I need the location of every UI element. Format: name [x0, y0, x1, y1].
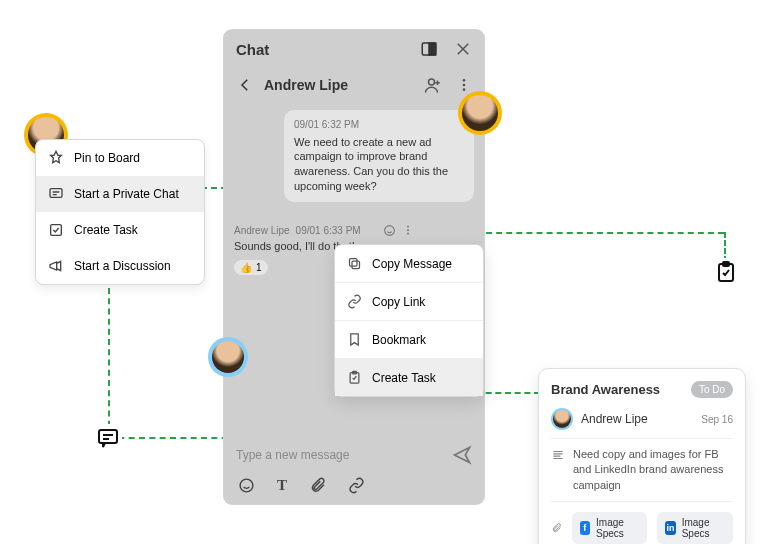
- kebab-icon[interactable]: [402, 224, 414, 236]
- chip-label: Image Specs: [682, 517, 725, 539]
- panel-toggle-icon[interactable]: [420, 40, 438, 58]
- menu-item-create-task[interactable]: Create Task: [36, 212, 204, 248]
- facebook-icon: f: [580, 521, 590, 535]
- chat-icon: [48, 186, 64, 202]
- send-icon[interactable]: [452, 445, 472, 465]
- ctx-copy-message[interactable]: Copy Message: [335, 245, 483, 282]
- chat-bubble-icon: [94, 424, 122, 452]
- compose-bar: Type a new message T: [224, 433, 484, 504]
- menu-label: Pin to Board: [74, 151, 140, 165]
- task-icon: [347, 370, 362, 385]
- link-icon: [347, 294, 362, 309]
- bookmark-icon: [347, 332, 362, 347]
- svg-point-11: [407, 233, 409, 235]
- svg-point-4: [429, 79, 435, 85]
- message-incoming[interactable]: 09/01 6:32 PM We need to create a new ad…: [284, 110, 474, 202]
- avatar: [458, 91, 502, 135]
- ctx-bookmark[interactable]: Bookmark: [335, 320, 483, 358]
- svg-point-7: [463, 88, 466, 91]
- pin-menu: Pin to Board Start a Private Chat Create…: [35, 139, 205, 285]
- task-title: Brand Awareness: [551, 382, 660, 397]
- chat-header: Andrew Lipe: [224, 68, 484, 102]
- message-timestamp: 09/01 6:33 PM: [296, 225, 361, 236]
- menu-label: Start a Discussion: [74, 259, 171, 273]
- svg-rect-0: [50, 189, 62, 198]
- format-icon[interactable]: T: [277, 477, 287, 494]
- message-timestamp: 09/01 6:32 PM: [294, 118, 464, 132]
- attachment-chip-linkedin[interactable]: in Image Specs: [657, 512, 733, 544]
- close-icon[interactable]: [454, 40, 472, 58]
- svg-point-12: [240, 479, 253, 492]
- menu-label: Create Task: [74, 223, 138, 237]
- smile-icon[interactable]: [238, 477, 255, 494]
- svg-rect-13: [352, 261, 360, 269]
- menu-item-private-chat[interactable]: Start a Private Chat: [36, 176, 204, 212]
- svg-point-9: [407, 226, 409, 228]
- back-icon[interactable]: [236, 76, 254, 94]
- chat-titlebar: Chat: [224, 30, 484, 68]
- svg-point-6: [463, 84, 466, 87]
- svg-rect-14: [350, 259, 358, 267]
- pin-icon: [48, 150, 64, 166]
- ctx-label: Copy Message: [372, 257, 452, 271]
- paperclip-icon: [551, 521, 562, 535]
- task-due-date: Sep 16: [701, 414, 733, 425]
- add-user-icon[interactable]: [424, 76, 442, 94]
- svg-rect-1: [51, 225, 62, 236]
- svg-rect-17: [99, 430, 117, 443]
- task-icon: [48, 222, 64, 238]
- message-author: Andrew Lipe: [234, 225, 290, 236]
- task-card: Brand Awareness To Do Andrew Lipe Sep 16…: [538, 368, 746, 544]
- menu-item-pin[interactable]: Pin to Board: [36, 140, 204, 176]
- svg-point-10: [407, 229, 409, 231]
- chip-label: Image Specs: [596, 517, 639, 539]
- chat-contact-name: Andrew Lipe: [264, 77, 348, 93]
- ctx-label: Bookmark: [372, 333, 426, 347]
- clipboard-check-icon: [712, 258, 740, 286]
- menu-label: Start a Private Chat: [74, 187, 179, 201]
- attachment-chip-fb[interactable]: f Image Specs: [572, 512, 648, 544]
- kebab-icon[interactable]: [456, 77, 472, 93]
- message-text: We need to create a new ad campaign to i…: [294, 135, 464, 194]
- paperclip-icon[interactable]: [309, 477, 326, 494]
- chat-title: Chat: [236, 41, 269, 58]
- megaphone-icon: [48, 258, 64, 274]
- svg-point-5: [463, 79, 466, 82]
- description-icon: [551, 448, 565, 462]
- ctx-copy-link[interactable]: Copy Link: [335, 282, 483, 320]
- smile-icon[interactable]: [383, 224, 396, 237]
- compose-input[interactable]: Type a new message: [236, 448, 452, 462]
- message-context-menu: Copy Message Copy Link Bookmark Create T…: [334, 244, 484, 397]
- svg-rect-3: [429, 43, 436, 55]
- avatar: [551, 408, 573, 430]
- svg-point-8: [385, 226, 395, 236]
- ctx-label: Create Task: [372, 371, 436, 385]
- task-status-badge[interactable]: To Do: [691, 381, 733, 398]
- ctx-create-task[interactable]: Create Task: [335, 358, 483, 396]
- copy-icon: [347, 256, 362, 271]
- ctx-label: Copy Link: [372, 295, 425, 309]
- linkedin-icon: in: [665, 521, 675, 535]
- task-assignee: Andrew Lipe: [581, 412, 648, 426]
- menu-item-discussion[interactable]: Start a Discussion: [36, 248, 204, 284]
- avatar: [208, 337, 248, 377]
- reaction-emoji: 👍: [240, 262, 252, 273]
- reaction-count: 1: [256, 262, 262, 273]
- reaction-chip[interactable]: 👍 1: [234, 260, 268, 275]
- task-description: Need copy and images for FB and LinkedIn…: [573, 447, 733, 493]
- link-icon[interactable]: [348, 477, 365, 494]
